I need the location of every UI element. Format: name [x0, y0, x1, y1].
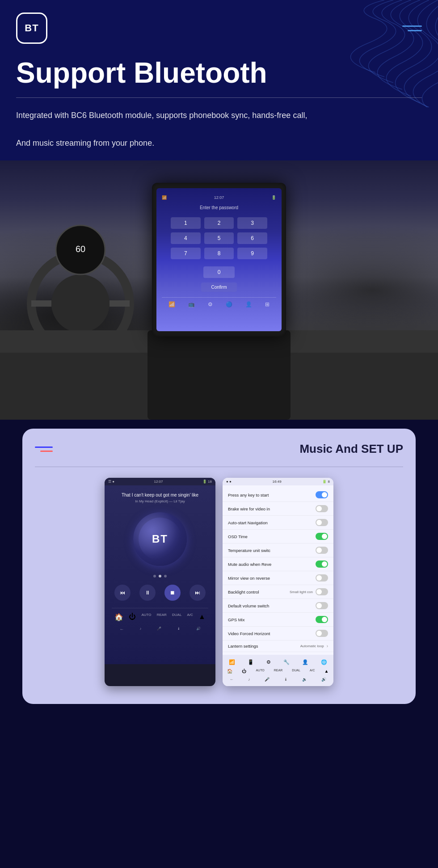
settings-toggle-mute-audio[interactable] — [316, 560, 328, 568]
bottom-section-title: Music And SET UP — [299, 442, 403, 456]
settings-toggle-temp-unit[interactable] — [316, 547, 328, 554]
numpad-0[interactable]: 0 — [203, 266, 235, 278]
music-status-time: 12:07 — [154, 480, 163, 484]
settings-status-bar: ● ● 16:49 🔋 8 — [223, 478, 333, 485]
bottom-hamburger-icon[interactable] — [35, 447, 53, 452]
snav-temp-icon[interactable]: 🌡 — [284, 677, 288, 682]
numpad-7[interactable]: 7 — [171, 248, 201, 259]
snav-rear-label[interactable]: REAR — [274, 669, 282, 674]
snav-music-icon[interactable]: ♪ — [248, 677, 250, 682]
nav-ac-icon[interactable]: A/C — [187, 613, 193, 621]
music-track-title: That I can't keep out got me singin' lik… — [112, 493, 208, 497]
forward-button[interactable]: ⏭ — [190, 585, 206, 601]
snav-wifi-icon[interactable]: 📶 — [229, 659, 235, 665]
screen-confirm-button[interactable]: Confirm — [201, 282, 237, 292]
svg-rect-11 — [291, 335, 326, 353]
settings-label-lantern: Lantern settings — [228, 644, 300, 649]
settings-label-gps-mix: GPS Mix — [228, 617, 316, 622]
settings-toggle-osd-time[interactable] — [316, 533, 328, 540]
nav-rear-icon[interactable]: REAR — [157, 613, 167, 621]
settings-status-time: 16:49 — [273, 480, 282, 484]
numpad-4[interactable]: 4 — [171, 232, 201, 244]
settings-row-mute-audio: Mute audio when Reve — [223, 557, 333, 571]
music-status-battery: 🔋 18 — [202, 480, 212, 484]
snav-globe-icon[interactable]: 🌐 — [321, 659, 327, 665]
snav-auto-label[interactable]: AUTO — [256, 669, 264, 674]
header: BT — [0, 0, 438, 53]
snav-vol-down-icon[interactable]: 🔉 — [302, 677, 307, 682]
music-player-body: That I can't keep out got me singin' lik… — [105, 485, 215, 664]
nav-mic-icon[interactable]: 🎤 — [157, 627, 161, 632]
settings-label-video-forced: Video Forced Horizont — [228, 631, 316, 636]
nav-auto-icon[interactable]: AUTO — [141, 613, 151, 621]
numpad-2[interactable]: 2 — [204, 217, 234, 229]
music-controls: ⏮ ⏸ ⏹ ⏭ — [112, 585, 208, 601]
car-screen-display: 📶 12:07 🔋 Enter the password 1 2 3 4 5 6 — [156, 188, 282, 331]
numpad-9[interactable]: 9 — [237, 248, 267, 259]
numpad-3[interactable]: 3 — [237, 217, 267, 229]
nav-music-icon2[interactable]: ♪ — [139, 627, 141, 632]
snav-dual-label[interactable]: DUAL — [292, 669, 300, 674]
progress-dot — [153, 575, 156, 577]
nav-left-icon[interactable]: ← — [119, 627, 124, 632]
settings-toggle-auto-nav[interactable] — [316, 519, 328, 526]
snav-phone-icon[interactable]: 📱 — [248, 659, 254, 665]
numpad-1[interactable]: 1 — [171, 217, 201, 229]
nav-wifi-icon: 📶 — [168, 301, 175, 308]
numpad-6[interactable]: 6 — [237, 232, 267, 244]
car-interior-bg: 60 📶 12:07 🔋 Enter the password — [0, 160, 438, 420]
snav-up-icon[interactable]: ▲ — [324, 669, 329, 674]
snav-vol-up-icon[interactable]: 🔊 — [321, 677, 326, 682]
snav-user-icon[interactable]: 👤 — [302, 659, 308, 665]
nav-up-icon[interactable]: ▲ — [198, 613, 206, 621]
settings-row-auto-nav: Auto-start Navigation — [223, 516, 333, 530]
settings-row-backlight: Backlight control Small light con — [223, 585, 333, 599]
numpad-8[interactable]: 8 — [204, 248, 234, 259]
snav-settings-icon[interactable]: ⚙ — [266, 659, 271, 665]
bottom-divider — [35, 467, 403, 467]
settings-row-video-forced: Video Forced Horizont — [223, 627, 333, 640]
svg-rect-12 — [335, 335, 371, 353]
svg-rect-8 — [147, 330, 291, 420]
settings-label-mute-audio: Mute audio when Reve — [228, 562, 316, 567]
hero-divider — [16, 97, 422, 98]
settings-toggle-volume-switch[interactable] — [316, 602, 328, 609]
bottom-section-header: Music And SET UP — [35, 442, 403, 456]
settings-label-auto-nav: Auto-start Navigation — [228, 520, 316, 525]
play-pause-button[interactable]: ⏸ — [139, 585, 156, 601]
nav-vol-icon[interactable]: 🔊 — [196, 627, 201, 632]
settings-label-temp-unit: Temperature unit switc — [228, 548, 316, 553]
nav-dual-icon[interactable]: DUAL — [172, 613, 181, 621]
nav-home-icon[interactable]: 🏠 — [114, 613, 123, 621]
snav-mic-icon[interactable]: 🎤 — [265, 677, 270, 682]
snav-power-icon[interactable]: ⏻ — [242, 669, 246, 674]
nav-settings-icon: ⚙ — [208, 301, 213, 308]
settings-toggle-press-key[interactable] — [316, 491, 328, 498]
screens-container: ☰ ● 12:07 🔋 18 That I can't keep out got… — [35, 478, 403, 686]
nav-temp-icon[interactable]: 🌡 — [177, 627, 181, 632]
screen-password-prompt: Enter the password — [162, 205, 276, 210]
settings-toggle-mirror-view[interactable] — [316, 574, 328, 581]
settings-toggle-video-forced[interactable] — [316, 630, 328, 637]
settings-row-temp-unit: Temperature unit switc — [223, 544, 333, 557]
settings-nav-row-3: ← ♪ 🎤 🌡 🔉 🔊 — [223, 675, 333, 683]
snav-left-icon[interactable]: ← — [230, 677, 234, 682]
settings-toggle-backlight[interactable] — [316, 588, 328, 595]
bt-logo: BT — [16, 13, 47, 44]
screen-bezel: 📶 12:07 🔋 Enter the password 1 2 3 4 5 6 — [152, 183, 286, 337]
numpad-5[interactable]: 5 — [204, 232, 234, 244]
screen-numpad: 1 2 3 4 5 6 7 8 9 — [162, 217, 276, 259]
bottom-section: Music And SET UP ☰ ● 12:07 🔋 18 That I c… — [22, 429, 416, 704]
stop-button[interactable]: ⏹ — [164, 585, 181, 601]
settings-toggle-gps-mix[interactable] — [316, 616, 328, 623]
snav-tools-icon[interactable]: 🔧 — [283, 659, 290, 665]
snav-ac-label[interactable]: A/C — [310, 669, 315, 674]
hamburger-menu-icon[interactable] — [402, 25, 422, 31]
snav-home-icon[interactable]: 🏠 — [227, 669, 232, 674]
rewind-button[interactable]: ⏮ — [114, 585, 131, 601]
nav-power-icon[interactable]: ⏻ — [129, 613, 136, 621]
settings-chevron-lantern[interactable]: › — [327, 644, 328, 649]
music-bt-label: BT — [152, 533, 168, 545]
nav-bt-icon: 🔵 — [226, 301, 232, 308]
settings-toggle-brake-wire[interactable] — [316, 505, 328, 512]
